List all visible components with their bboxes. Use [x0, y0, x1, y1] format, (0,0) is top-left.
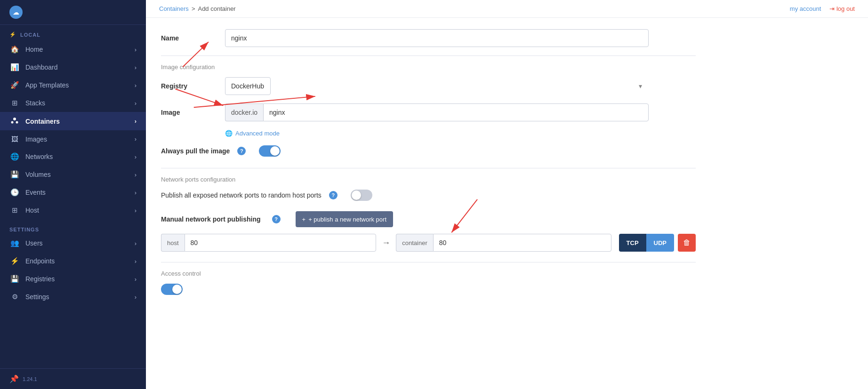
stacks-icon: ⊞ — [9, 99, 20, 107]
name-input[interactable] — [225, 29, 649, 47]
images-icon: 🖼 — [9, 135, 20, 143]
host-icon: ⊞ — [9, 206, 20, 214]
pin-icon: 📌 — [9, 374, 19, 383]
network-config-title: Network ports configuration — [161, 176, 696, 183]
breadcrumb-separator: > — [192, 5, 195, 12]
registry-select[interactable]: DockerHub Other — [225, 77, 271, 95]
image-label: Image — [161, 109, 217, 116]
publish-all-label: Publish all exposed network ports to ran… — [161, 191, 321, 199]
registry-row: Registry DockerHub Other — [161, 77, 696, 95]
sidebar-item-host[interactable]: ⊞ Host › — [0, 201, 146, 219]
container-port-input[interactable] — [433, 234, 611, 252]
logout-icon: ⇥ — [829, 5, 836, 12]
sidebar-item-stacks[interactable]: ⊞ Stacks › — [0, 94, 146, 112]
manual-publish-help-icon[interactable]: ? — [272, 215, 281, 223]
nav-arrow: › — [135, 118, 137, 125]
users-icon: 👥 — [9, 239, 20, 247]
manual-publish-row: Manual network port publishing ? + + pub… — [161, 211, 696, 227]
top-bar: Containers > Add container my account ⇥ … — [146, 0, 868, 18]
add-port-button[interactable]: + + publish a new network port — [296, 211, 393, 227]
local-section: ⚡ LOCAL — [0, 25, 146, 40]
form-area: Name Image configuration Registry Docker… — [146, 18, 711, 315]
image-prefix: docker.io — [225, 103, 263, 121]
registry-label: Registry — [161, 82, 217, 90]
nav-arrow: › — [135, 46, 137, 53]
registries-icon: 💾 — [9, 275, 20, 283]
always-pull-help-icon[interactable]: ? — [237, 147, 246, 155]
sidebar-item-registries[interactable]: 💾 Registries › — [0, 270, 146, 288]
settings-icon: ⚙ — [9, 293, 20, 301]
host-group: host — [161, 234, 376, 252]
svg-point-2 — [16, 121, 18, 124]
advanced-mode-link[interactable]: 🌐 Advanced mode — [225, 130, 696, 137]
breadcrumb: Containers > Add container — [159, 5, 236, 12]
nav-arrow: › — [135, 153, 137, 160]
nav-arrow: › — [135, 189, 137, 196]
sidebar-item-dashboard[interactable]: 📊 Dashboard › — [0, 58, 146, 76]
plus-icon: + — [302, 216, 306, 223]
always-pull-toggle[interactable] — [259, 145, 281, 157]
nav-arrow: › — [135, 82, 137, 89]
host-prefix: host — [161, 234, 185, 252]
image-row: Image docker.io — [161, 103, 696, 121]
port-mapping-row: host → container TCP UDP 🗑 — [161, 234, 696, 252]
udp-button[interactable]: UDP — [646, 234, 674, 252]
breadcrumb-parent[interactable]: Containers — [159, 5, 189, 12]
dashboard-icon: 📊 — [9, 63, 20, 71]
image-config-title: Image configuration — [161, 64, 696, 71]
access-control-toggle[interactable] — [161, 284, 183, 295]
logout-link[interactable]: ⇥ log out — [829, 5, 855, 12]
sidebar-item-home[interactable]: 🏠 Home › — [0, 40, 146, 58]
publish-all-help-icon[interactable]: ? — [329, 191, 338, 199]
sidebar-item-settings[interactable]: ⚙ Settings › — [0, 288, 146, 306]
sidebar-item-events[interactable]: 🕒 Events › — [0, 183, 146, 201]
sidebar-item-networks[interactable]: 🌐 Networks › — [0, 148, 146, 166]
nav-arrow: › — [135, 258, 137, 265]
endpoints-icon: ⚡ — [9, 257, 20, 265]
sidebar-item-endpoints[interactable]: ⚡ Endpoints › — [0, 252, 146, 270]
name-row: Name — [161, 29, 696, 47]
logo-icon: ☁ — [9, 6, 23, 19]
sidebar-bottom: 📌 1.24.1 — [0, 368, 146, 389]
publish-all-row: Publish all exposed network ports to ran… — [161, 190, 696, 201]
sidebar-item-app-templates[interactable]: 🚀 App Templates › — [0, 76, 146, 94]
nav-arrow: › — [135, 294, 137, 301]
always-pull-row: Always pull the image ? — [161, 145, 696, 157]
my-account-link[interactable]: my account — [790, 5, 821, 12]
sidebar-logo: ☁ — [0, 0, 146, 25]
host-port-input[interactable] — [185, 234, 377, 252]
sidebar-item-users[interactable]: 👥 Users › — [0, 234, 146, 252]
publish-all-toggle[interactable] — [351, 190, 372, 201]
events-icon: 🕒 — [9, 188, 20, 197]
main-content: Containers > Add container my account ⇥ … — [146, 0, 868, 389]
image-input[interactable] — [263, 103, 649, 121]
container-group: container — [396, 234, 611, 252]
top-bar-right: my account ⇥ log out — [790, 5, 855, 12]
nav-arrow: › — [135, 207, 137, 214]
nav-arrow: › — [135, 64, 137, 71]
port-arrow: → — [380, 238, 392, 248]
nav-arrow: › — [135, 171, 137, 178]
container-prefix: container — [396, 234, 433, 252]
tcp-button[interactable]: TCP — [619, 234, 646, 252]
access-control-title: Access control — [161, 270, 696, 277]
lightning-icon: ⚡ — [9, 32, 16, 38]
always-pull-label: Always pull the image — [161, 147, 230, 155]
networks-icon: 🌐 — [9, 152, 20, 161]
nav-arrow: › — [135, 240, 137, 247]
sidebar-item-containers[interactable]: Containers › — [0, 112, 146, 130]
sidebar-item-images[interactable]: 🖼 Images › — [0, 130, 146, 148]
nav-arrow: › — [135, 135, 137, 143]
settings-section-label: SETTINGS — [0, 219, 146, 234]
app-templates-icon: 🚀 — [9, 81, 20, 89]
nav-arrow: › — [135, 100, 137, 107]
volumes-icon: 💾 — [9, 170, 20, 179]
trash-icon: 🗑 — [683, 238, 691, 247]
breadcrumb-current: Add container — [198, 5, 235, 12]
delete-port-button[interactable]: 🗑 — [678, 234, 696, 252]
containers-icon — [9, 117, 20, 126]
sidebar-item-volumes[interactable]: 💾 Volumes › — [0, 166, 146, 183]
svg-point-0 — [13, 118, 16, 120]
protocol-buttons: TCP UDP — [619, 234, 674, 252]
globe-icon: 🌐 — [225, 130, 233, 137]
